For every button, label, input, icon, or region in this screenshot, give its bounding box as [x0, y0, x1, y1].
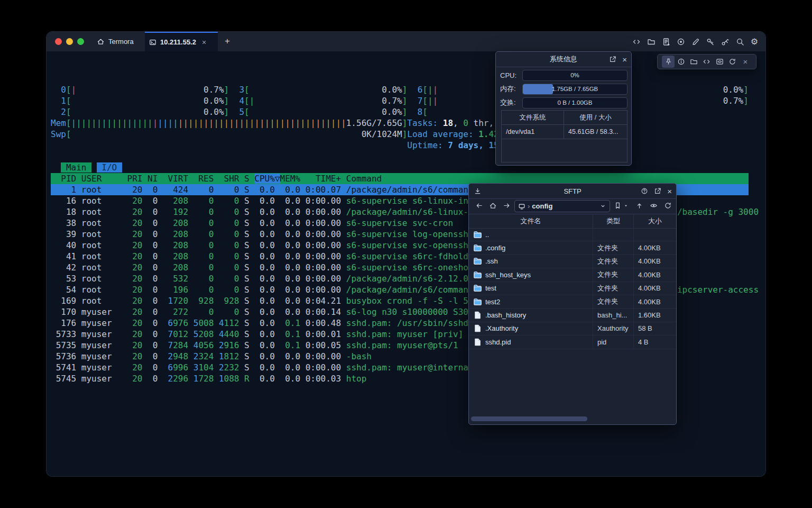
meter-value: 1.75GB / 7.65GB	[552, 86, 598, 92]
sysinfo-meter: 内存:1.75GB / 7.65GB	[500, 84, 628, 94]
forward-button[interactable]	[503, 202, 511, 210]
htop-table-header[interactable]: PID USER PRI NI VIRT RES SHR S CPU%▽MEM%…	[51, 173, 749, 184]
tab-close-icon[interactable]: ×	[202, 38, 206, 47]
zoom-window-button[interactable]	[77, 38, 84, 45]
keychain-icon[interactable]	[721, 38, 730, 46]
session-tab[interactable]: 10.211.55.2 ×	[145, 32, 218, 51]
folder-icon	[474, 231, 482, 239]
help-icon[interactable]	[641, 187, 648, 195]
meter-value: 0%	[570, 72, 579, 78]
sftp-row[interactable]: ssh_host_keys文件夹4.00KB	[469, 268, 676, 282]
file-name: test	[485, 284, 496, 292]
sftp-row[interactable]: test2文件夹4.00KB	[469, 295, 676, 309]
sftp-row[interactable]: ..	[469, 228, 676, 241]
horizontal-scrollbar[interactable]	[471, 416, 675, 421]
settings-icon[interactable]: ⚙	[751, 37, 758, 47]
process-row[interactable]: 170 myuser 20 0 272 0 0 S 0.0 0.0 0:00.1…	[51, 306, 499, 318]
process-row[interactable]: 5736 myuser 20 0 2948 2324 1812 S 0.0 0.…	[51, 351, 372, 362]
folder-icon[interactable]	[688, 56, 700, 68]
folder-icon	[474, 298, 482, 306]
sftp-row[interactable]: sshd.pidpid4 B	[469, 335, 676, 349]
close-window-button[interactable]	[55, 38, 62, 45]
app-home[interactable]: Termora	[97, 32, 134, 51]
meter-label: 交换:	[500, 98, 522, 107]
sftp-row[interactable]: .XauthorityXauthority58 B	[469, 322, 676, 335]
sftp-row[interactable]: .config文件夹4.00KB	[469, 241, 676, 255]
log-icon[interactable]	[662, 38, 670, 46]
minimize-window-button[interactable]	[66, 38, 73, 45]
sftp-column-header[interactable]: 文件名	[469, 214, 593, 228]
open-in-window-icon[interactable]	[654, 187, 661, 195]
terminal-icon	[149, 39, 156, 46]
record-icon[interactable]	[677, 38, 685, 46]
meter-value: 0 B / 1.00GB	[558, 99, 593, 106]
bookmark-caret-icon[interactable]	[623, 203, 629, 208]
sftp-column-header[interactable]: 大小	[633, 214, 676, 228]
close-icon[interactable]: ×	[739, 56, 752, 68]
htop-meter-line: 2[ 0.0%] 5[ 0.0%] 8[	[51, 106, 428, 117]
file-size: 4.00KB	[633, 268, 676, 281]
process-row[interactable]: 5735 myuser 20 0 7284 4056 2916 S 0.0 0.…	[51, 340, 458, 351]
process-row[interactable]: 5745 myuser 20 0 2296 1728 1088 R 0.0 0.…	[51, 373, 366, 384]
file-name: .ssh	[485, 257, 498, 265]
path-breadcrumb[interactable]: › config	[514, 200, 610, 212]
search-icon[interactable]	[736, 38, 744, 46]
filesystem-cell: /dev/vda1	[502, 125, 564, 139]
nvidia-icon[interactable]	[713, 56, 726, 68]
file-icon	[474, 311, 482, 319]
edit-icon[interactable]	[691, 38, 700, 46]
key-icon[interactable]	[706, 38, 715, 46]
htop-tab-main[interactable]: Main	[61, 162, 91, 173]
folder-icon[interactable]	[647, 38, 656, 46]
file-type: Xauthority	[593, 322, 633, 335]
sftp-panel: SFTP × › config 文件名类型大小 ...config文件夹4.0	[468, 183, 677, 425]
process-row[interactable]: 39 root 20 0 208 0 0 S 0.0 0.0 0:00.00 s…	[51, 229, 504, 240]
sort-column-cpu[interactable]: CPU%▽	[254, 174, 280, 184]
sftp-row[interactable]: test文件夹4.00KB	[469, 282, 676, 295]
process-row[interactable]: 5741 myuser 20 0 6996 3104 2232 S 0.0 0.…	[51, 362, 499, 373]
show-hidden-button[interactable]	[650, 202, 658, 210]
sftp-column-header[interactable]: 类型	[593, 214, 633, 228]
sftp-row[interactable]: .ssh文件夹4.00KB	[469, 255, 676, 268]
file-type: 文件夹	[593, 255, 633, 268]
filesystem-row[interactable]: /dev/vda145.61GB / 58.3...	[502, 125, 627, 139]
file-type: pid	[593, 335, 633, 348]
refresh-button[interactable]	[664, 202, 672, 210]
code-icon[interactable]	[700, 56, 713, 68]
file-icon	[474, 324, 482, 332]
home-button[interactable]	[489, 202, 497, 210]
scrollbar-thumb[interactable]	[471, 416, 587, 421]
chevron-down-icon[interactable]	[599, 203, 606, 210]
folder-icon	[474, 284, 482, 292]
code-icon[interactable]	[632, 38, 641, 46]
new-tab-button[interactable]: +	[222, 35, 233, 47]
upload-button[interactable]	[635, 202, 643, 210]
file-size: 4.00KB	[633, 255, 676, 268]
sysinfo-meter: CPU:0%	[500, 70, 628, 80]
process-row[interactable]: 5733 myuser 20 0 7012 5208 4440 S 0.0 0.…	[51, 329, 463, 340]
refresh-icon[interactable]	[726, 56, 739, 68]
htop-fnbar: F1Help F2Setup F3SearchF4FilterF5Tree F6…	[51, 476, 749, 476]
process-row[interactable]: 42 root 20 0 208 0 0 S 0.0 0.0 0:00.00 s…	[51, 262, 509, 273]
process-row[interactable]: 41 root 20 0 208 0 0 S 0.0 0.0 0:00.00 s…	[51, 251, 478, 262]
sftp-row[interactable]: .bash_historybash_hi...1.60KB	[469, 309, 676, 322]
path-segment[interactable]: config	[532, 202, 552, 210]
file-size: 4 B	[633, 335, 676, 348]
process-row[interactable]: 40 root 20 0 208 0 0 S 0.0 0.0 0:00.00 s…	[51, 240, 504, 251]
process-row[interactable]: 16 root 20 0 208 0 0 S 0.0 0.0 0:00.00 s…	[51, 195, 530, 206]
file-name: .bash_history	[485, 311, 526, 319]
info-icon[interactable]	[675, 56, 687, 68]
home-icon	[97, 38, 105, 46]
sftp-toolbar: › config	[469, 198, 676, 214]
close-icon[interactable]: ×	[667, 187, 672, 195]
process-row[interactable]: 169 root 20 0 1720 928 928 S 0.0 0.0 0:0…	[51, 295, 468, 306]
process-row[interactable]: 176 myuser 20 0 6976 5008 4112 S 0.0 0.1…	[51, 318, 488, 329]
close-icon[interactable]: ×	[622, 56, 627, 64]
pin-icon[interactable]	[662, 56, 675, 68]
back-button[interactable]	[475, 202, 483, 210]
open-in-window-icon[interactable]	[609, 56, 616, 63]
bookmark-button[interactable]	[614, 202, 622, 210]
process-row[interactable]: 38 root 20 0 208 0 0 S 0.0 0.0 0:00.00 s…	[51, 217, 453, 229]
meter-label: CPU:	[500, 71, 522, 79]
htop-tab-i/o[interactable]: I/O	[97, 162, 122, 173]
